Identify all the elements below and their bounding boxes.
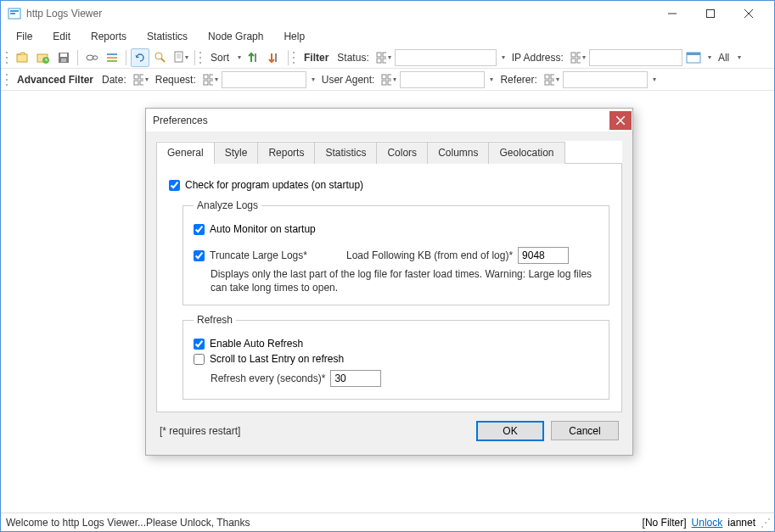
- tab-style[interactable]: Style: [214, 142, 259, 164]
- dialog-close-button[interactable]: [609, 111, 632, 130]
- status-nofilter: [No Filter]: [643, 517, 687, 529]
- refresh-every-label: Refresh every (seconds)*: [211, 372, 325, 384]
- auto-monitor-label: Auto Monitor on startup: [210, 223, 316, 235]
- preferences-dialog: Preferences General Style Reports Statis…: [145, 108, 633, 456]
- truncate-checkbox[interactable]: [194, 250, 205, 261]
- ok-button[interactable]: OK: [476, 421, 544, 441]
- scroll-last-row[interactable]: Scroll to Last Entry on refresh: [194, 353, 598, 365]
- tab-panel-general: Check for program updates (on startup) A…: [156, 163, 622, 412]
- dialog-titlebar[interactable]: Preferences: [146, 109, 632, 132]
- check-updates-row[interactable]: Check for program updates (on startup): [169, 179, 609, 191]
- status-welcome: Welcome to http Logs Viewer...Please Unl…: [6, 517, 250, 529]
- tab-colors[interactable]: Colors: [376, 142, 428, 164]
- enable-refresh-row[interactable]: Enable Auto Refresh: [194, 338, 598, 350]
- tab-geolocation[interactable]: Geolocation: [488, 142, 564, 164]
- tab-columns[interactable]: Columns: [427, 142, 489, 164]
- resize-grip-icon[interactable]: ⋰: [761, 517, 769, 529]
- tab-general[interactable]: General: [156, 142, 215, 164]
- dialog-title: Preferences: [153, 115, 208, 126]
- status-user: iannet: [727, 517, 755, 529]
- tab-bar: General Style Reports Statistics Colors …: [156, 141, 622, 163]
- statusbar: Welcome to http Logs Viewer...Please Unl…: [1, 512, 774, 531]
- analyze-logs-group: Analyze Logs Auto Monitor on startup Tru…: [183, 199, 609, 305]
- tab-statistics[interactable]: Statistics: [314, 142, 377, 164]
- refresh-every-input[interactable]: [330, 370, 381, 387]
- refresh-group: Refresh Enable Auto Refresh Scroll to La…: [183, 314, 609, 400]
- load-kb-input[interactable]: [518, 247, 569, 264]
- modal-overlay: Preferences General Style Reports Statis…: [1, 1, 774, 531]
- dialog-footer: [* requires restart] OK Cancel: [156, 412, 622, 445]
- scroll-last-label: Scroll to Last Entry on refresh: [210, 353, 344, 365]
- scroll-last-checkbox[interactable]: [194, 354, 205, 365]
- tab-reports[interactable]: Reports: [257, 142, 315, 164]
- check-updates-label: Check for program updates (on startup): [185, 179, 363, 191]
- refresh-legend: Refresh: [194, 314, 236, 326]
- auto-monitor-checkbox[interactable]: [194, 224, 205, 235]
- unlock-link[interactable]: Unlock: [692, 517, 723, 529]
- check-updates-checkbox[interactable]: [169, 180, 180, 191]
- load-kb-label: Load Following KB (from end of log)*: [346, 249, 513, 261]
- dialog-body: General Style Reports Statistics Colors …: [146, 132, 632, 455]
- truncate-hint: Displays only the last part of the log f…: [211, 267, 598, 294]
- enable-refresh-label: Enable Auto Refresh: [210, 338, 303, 350]
- truncate-label: Truncate Large Logs*: [210, 249, 307, 261]
- enable-refresh-checkbox[interactable]: [194, 339, 205, 350]
- cancel-button[interactable]: Cancel: [551, 421, 619, 440]
- auto-monitor-row[interactable]: Auto Monitor on startup: [194, 223, 598, 235]
- analyze-logs-legend: Analyze Logs: [194, 199, 261, 211]
- requires-restart-note: [* requires restart]: [160, 425, 240, 437]
